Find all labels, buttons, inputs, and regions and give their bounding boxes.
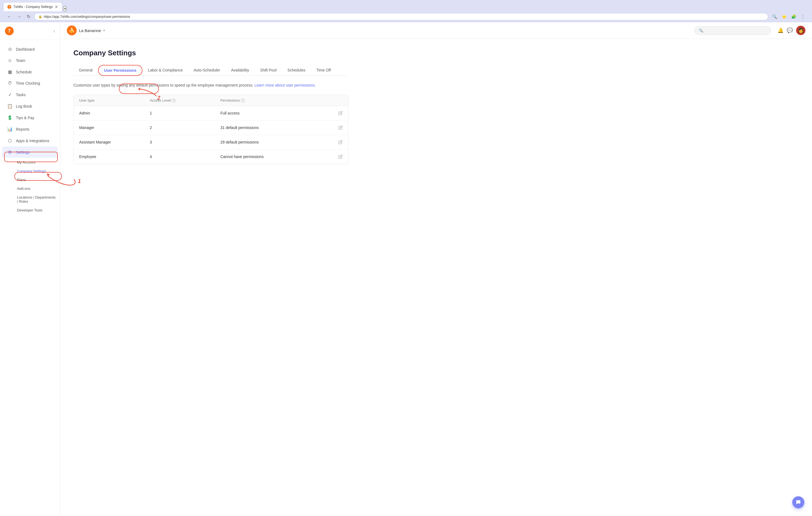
bookmark-button[interactable]: ⭐: [780, 13, 788, 20]
menu-button[interactable]: ⋮: [799, 13, 807, 20]
tab-close-button[interactable]: ✕: [55, 5, 58, 9]
table-row: Admin 1 Full access: [74, 106, 348, 121]
permissions-admin: Full access: [220, 111, 326, 115]
sidebar-item-label: Schedule: [16, 70, 32, 74]
user-avatar[interactable]: 👩: [796, 26, 806, 35]
search-icon: 🔍: [699, 29, 703, 33]
address-bar[interactable]: 🔒 https://app.7shifts.com/settings/compa…: [34, 13, 768, 20]
edit-assistant-manager-button[interactable]: [326, 140, 343, 144]
browser-tab-active[interactable]: 7 7shifts - Company Settings ✕: [3, 2, 62, 11]
permissions-employee: Cannot have permissions: [220, 154, 326, 159]
sidebar-item-time-clocking[interactable]: ⏱ Time Clocking: [2, 78, 58, 89]
tab-shift-pool[interactable]: Shift Pool: [255, 65, 282, 75]
sidebar-item-label: Settings: [16, 150, 30, 154]
page-title: Company Settings: [74, 49, 348, 57]
tab-schedules[interactable]: Schedules: [282, 65, 311, 75]
sidebar-collapse-button[interactable]: ‹: [53, 28, 55, 34]
sidebar-item-schedule[interactable]: ▦ Schedule: [2, 66, 58, 78]
tab-general[interactable]: General: [74, 65, 98, 75]
team-icon: ☺: [7, 58, 12, 63]
url-text: https://app.7shifts.com/settings/company…: [44, 15, 130, 19]
topbar-actions: 🔔 💬 👩: [778, 26, 806, 35]
permissions-table: User type Access Level ? Permissions ?: [74, 95, 348, 164]
table-row: Manager 2 31 default permissions: [74, 121, 348, 135]
lock-icon: 🔒: [38, 15, 42, 18]
tips-pay-icon: 💲: [7, 115, 12, 120]
submenu-item-company-settings[interactable]: Company Settings: [14, 167, 60, 175]
permissions-manager: 31 default permissions: [220, 125, 326, 130]
access-level-manager: 2: [150, 125, 221, 130]
tab-time-off[interactable]: Time Off: [311, 65, 337, 75]
tab-favicon: 7: [7, 5, 11, 9]
right-panel: 🍌 La Bananne ▾ 🔍 🔔 💬 👩 Company Settings: [60, 22, 812, 516]
access-level-assistant-manager: 3: [150, 140, 221, 144]
table-row: Assistant Manager 3 29 default permissio…: [74, 135, 348, 150]
log-book-icon: 📋: [7, 103, 12, 109]
sidebar-header: 7 ‹: [0, 22, 60, 40]
learn-more-link[interactable]: Learn more about user permissions.: [255, 83, 316, 87]
settings-icon: ⚙: [7, 150, 12, 155]
sidebar-logo: 7: [5, 27, 14, 35]
main-content: Company Settings General User Permission…: [60, 39, 812, 516]
notifications-button[interactable]: 🔔: [778, 27, 784, 33]
back-button[interactable]: ←: [5, 13, 13, 20]
sidebar-item-team[interactable]: ☺ Team: [2, 55, 58, 66]
submenu-item-add-ons[interactable]: Add-ons: [14, 184, 60, 193]
settings-submenu: My Account Company Settings Plans Add-on…: [0, 158, 60, 214]
tabs-bar: General User Permissions Labor & Complia…: [74, 65, 348, 76]
new-tab-button[interactable]: +: [63, 6, 66, 11]
sidebar-item-log-book[interactable]: 📋 Log Book: [2, 100, 58, 112]
reports-icon: 📊: [7, 126, 12, 132]
access-level-help-icon[interactable]: ?: [172, 99, 176, 102]
tab-title: 7shifts - Company Settings: [13, 5, 53, 9]
access-level-employee: 4: [150, 154, 221, 159]
brand-name: La Bananne: [79, 28, 101, 33]
topbar-brand[interactable]: 🍌 La Bananne ▾: [67, 26, 105, 35]
tab-availability[interactable]: Availability: [226, 65, 255, 75]
sidebar-nav: ⊙ Dashboard ☺ Team ▦ Schedule ⏱ Time Clo…: [0, 40, 60, 516]
sidebar-item-label: Reports: [16, 127, 29, 131]
submenu-item-plans[interactable]: Plans: [14, 176, 60, 184]
permissions-help-icon[interactable]: ?: [241, 99, 244, 102]
col-access-level: Access Level ?: [150, 98, 221, 102]
permissions-assistant-manager: 29 default permissions: [220, 140, 326, 144]
col-user-type: User type: [79, 98, 150, 102]
user-type-employee: Employee: [79, 154, 150, 159]
tab-user-permissions[interactable]: User Permissions: [98, 65, 142, 76]
submenu-item-my-account[interactable]: My Account: [14, 158, 60, 166]
col-permissions: Permissions ?: [220, 98, 326, 102]
sidebar-item-tips-pay[interactable]: 💲 Tips & Pay: [2, 112, 58, 123]
brand-dropdown-icon: ▾: [103, 29, 105, 32]
edit-employee-button[interactable]: [326, 154, 343, 159]
tab-labor-compliance[interactable]: Labor & Compliance: [142, 65, 188, 75]
sidebar: 7 ‹ ⊙ Dashboard ☺ Team ▦ Schedule ⏱ Time…: [0, 22, 60, 516]
reload-button[interactable]: ↻: [25, 13, 32, 20]
sidebar-item-reports[interactable]: 📊 Reports: [2, 123, 58, 135]
sidebar-item-apps-integrations[interactable]: ⬡ Apps & Integrations: [2, 135, 58, 146]
search-browser-button[interactable]: 🔍: [771, 13, 779, 20]
edit-admin-button[interactable]: [326, 111, 343, 115]
brand-avatar: 🍌: [67, 26, 77, 35]
chat-button[interactable]: 💬: [787, 27, 793, 33]
user-type-admin: Admin: [79, 111, 150, 115]
sidebar-item-label: Dashboard: [16, 47, 35, 52]
sidebar-item-settings[interactable]: ⚙ Settings: [2, 147, 58, 158]
submenu-item-locations[interactable]: Locations / Departments / Roles: [14, 193, 60, 206]
sidebar-item-label: Team: [16, 58, 25, 63]
tab-auto-scheduler[interactable]: Auto-Scheduler: [188, 65, 226, 75]
chat-fab-button[interactable]: [792, 496, 804, 508]
extensions-button[interactable]: 🧩: [789, 13, 798, 20]
table-row: Employee 4 Cannot have permissions: [74, 150, 348, 164]
edit-manager-button[interactable]: [326, 125, 343, 130]
sidebar-item-tasks[interactable]: ✓ Tasks: [2, 89, 58, 100]
schedule-icon: ▦: [7, 69, 12, 74]
forward-button[interactable]: →: [15, 13, 23, 20]
topbar: 🍌 La Bananne ▾ 🔍 🔔 💬 👩: [60, 22, 812, 39]
search-bar[interactable]: 🔍: [694, 26, 771, 35]
sidebar-item-dashboard[interactable]: ⊙ Dashboard: [2, 43, 58, 55]
dashboard-icon: ⊙: [7, 47, 12, 52]
submenu-item-developer-tools[interactable]: Developer Tools: [14, 206, 60, 214]
access-level-admin: 1: [150, 111, 221, 115]
user-type-assistant-manager: Assistant Manager: [79, 140, 150, 144]
sidebar-item-label: Time Clocking: [16, 81, 40, 86]
